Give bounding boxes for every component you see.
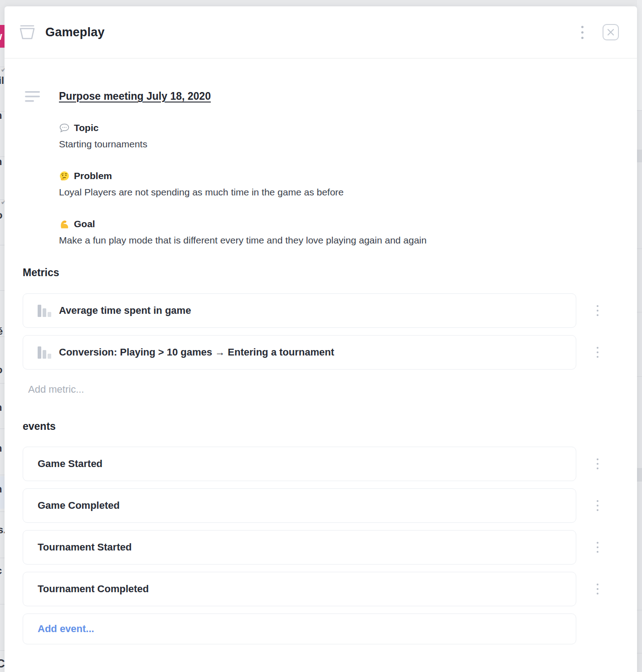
metric-row: Average time spent in game xyxy=(23,293,576,328)
event-card-game-started[interactable]: Game Started xyxy=(23,447,576,481)
description-title: Purpose meeting July 18, 2020 xyxy=(59,90,211,102)
events-heading: events xyxy=(23,420,576,433)
description-group-goal: Goal Make a fun play mode that is differ… xyxy=(59,219,576,246)
metric-kebab-menu-icon[interactable] xyxy=(597,347,598,358)
event-kebab-menu-icon[interactable] xyxy=(597,584,598,594)
bg-text-fragment: o xyxy=(0,209,2,221)
metric-label: Conversion: Playing > 10 games → Enterin… xyxy=(59,346,334,358)
metric-kebab-menu-icon[interactable] xyxy=(597,305,598,316)
group-text: Loyal Players are not spending as much t… xyxy=(59,186,576,198)
event-row: Tournament Completed xyxy=(23,572,576,606)
speech-balloon-emoji xyxy=(59,122,70,133)
bar-chart-icon xyxy=(38,346,51,359)
category-description[interactable]: Purpose meeting July 18, 2020 Topic Star… xyxy=(59,90,576,246)
bg-text-fragment: n xyxy=(0,402,2,414)
group-label: Goal xyxy=(74,219,95,229)
close-icon xyxy=(607,29,614,36)
metric-label: Average time spent in game xyxy=(59,305,191,317)
bg-text-fragment: il xyxy=(0,75,4,87)
group-text: Make a fun play mode that is different e… xyxy=(59,234,576,246)
description-lines-icon xyxy=(25,91,40,103)
add-event-label: Add event... xyxy=(38,623,94,635)
group-label: Problem xyxy=(74,170,112,181)
event-label: Tournament Started xyxy=(38,541,131,553)
group-label: Topic xyxy=(74,122,98,133)
event-card-tournament-completed[interactable]: Tournament Completed xyxy=(23,572,576,606)
add-event-row: Add event... xyxy=(23,614,576,644)
thinking-face-emoji xyxy=(59,170,70,181)
event-label: Game Completed xyxy=(38,500,120,511)
add-event-button[interactable]: Add event... xyxy=(23,614,576,644)
add-metric-input[interactable]: Add metric... xyxy=(28,384,576,395)
metrics-heading: Metrics xyxy=(23,267,576,279)
page-title: Gameplay xyxy=(45,25,105,39)
panel-content: Purpose meeting July 18, 2020 Topic Star… xyxy=(5,58,637,644)
event-row: Game Started xyxy=(23,447,576,481)
flexed-biceps-emoji xyxy=(59,219,70,229)
description-group-topic: Topic Starting tournaments xyxy=(59,122,576,150)
event-card-game-completed[interactable]: Game Completed xyxy=(23,488,576,523)
event-card-tournament-started[interactable]: Tournament Started xyxy=(23,530,576,565)
event-kebab-menu-icon[interactable] xyxy=(597,542,598,553)
event-kebab-menu-icon[interactable] xyxy=(597,500,598,511)
bg-text-fragment: n xyxy=(0,156,2,168)
bar-chart-icon xyxy=(38,304,51,317)
metric-row: Conversion: Playing > 10 games → Enterin… xyxy=(23,335,576,370)
badge-letter-fragment: w xyxy=(0,25,2,48)
bg-text-fragment: é xyxy=(0,326,3,337)
bg-text-fragment: n xyxy=(0,483,2,495)
bg-text-fragment: n xyxy=(0,443,2,454)
group-text: Starting tournaments xyxy=(59,138,576,150)
bg-text-fragment: o xyxy=(0,364,2,376)
panel-more-menu-icon[interactable] xyxy=(581,26,584,39)
panel-header: Gameplay xyxy=(5,6,637,58)
background-page-right-strip xyxy=(637,0,642,672)
event-label: Game Started xyxy=(38,458,102,470)
bg-text-fragment: n xyxy=(0,110,2,122)
event-row: Game Completed xyxy=(23,488,576,523)
category-detail-panel: Gameplay Purpose meeting July 18, 2020 xyxy=(5,6,637,672)
event-row: Tournament Started xyxy=(23,530,576,565)
description-group-problem: Problem Loyal Players are not spending a… xyxy=(59,170,576,198)
metric-card-conversion[interactable]: Conversion: Playing > 10 games → Enterin… xyxy=(23,335,576,370)
event-kebab-menu-icon[interactable] xyxy=(597,458,598,469)
close-button[interactable] xyxy=(603,24,619,40)
bg-text-fragment: c xyxy=(0,565,2,577)
metric-card-average-time[interactable]: Average time spent in game xyxy=(23,293,576,328)
event-label: Tournament Completed xyxy=(38,583,149,595)
category-basket-icon xyxy=(19,24,35,40)
